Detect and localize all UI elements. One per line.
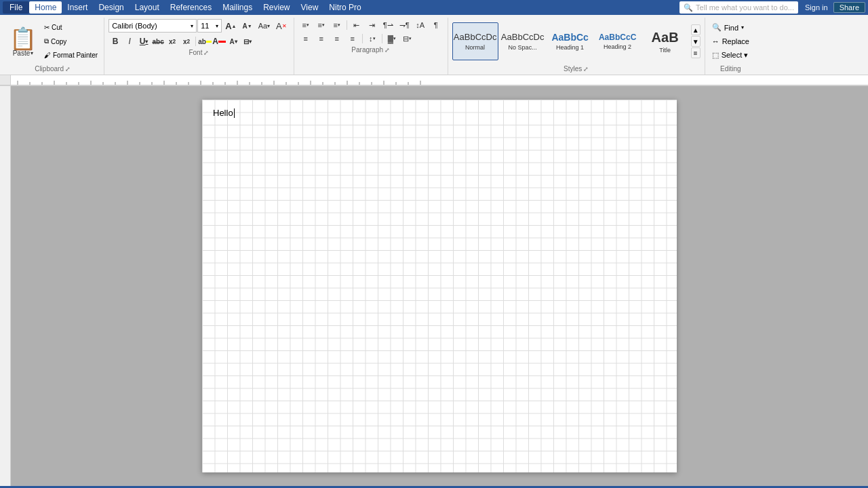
change-case-button[interactable]: Aa▾ [256, 20, 273, 32]
select-button[interactable]: ⬚ Select ▾ [709, 49, 752, 61]
ribbon-groups: 📋 Paste ▾ ✂ Cut ⧉ Copy [3, 18, 865, 75]
styles-scroll-up[interactable]: ▲ [691, 24, 701, 35]
ltr-button[interactable]: ¶⇀ [380, 19, 396, 31]
style-no-spacing[interactable]: AaBbCcDc No Spac... [500, 22, 546, 60]
page-text-area[interactable]: Hello [202, 100, 677, 126]
clipboard-right: ✂ Cut ⧉ Copy 🖌 Format Painter [42, 22, 100, 60]
document-text: Hello [213, 108, 233, 118]
style-no-spacing-preview: AaBbCcDc [501, 32, 545, 43]
style-heading1[interactable]: AaBbCc Heading 1 [547, 22, 593, 60]
line-spacing-button[interactable]: ↕▾ [365, 33, 380, 45]
italic-button[interactable]: I [123, 35, 136, 47]
font-name-arrow: ▾ [191, 23, 193, 29]
bullets-button[interactable]: ≡▾ [298, 19, 313, 31]
find-icon: 🔍 [712, 23, 722, 32]
paragraph-expand[interactable]: ⤢ [384, 47, 390, 54]
style-heading2[interactable]: AaBbCcC Heading 2 [595, 22, 641, 60]
para-div1 [347, 20, 347, 30]
style-normal[interactable]: AaBbCcDc Normal [452, 22, 498, 60]
shading-para-button[interactable]: ▓▾ [384, 33, 399, 45]
style-heading2-label: Heading 2 [604, 43, 631, 50]
style-title-preview: AaB [652, 29, 679, 45]
font-expand[interactable]: ⤢ [203, 49, 209, 56]
clear-formatting-button[interactable]: A✕ [273, 20, 290, 32]
paste-arrow[interactable]: ▾ [31, 50, 33, 56]
align-right-button[interactable]: ≡ [330, 33, 344, 45]
font-shrink-button[interactable]: A▼ [239, 20, 254, 32]
styles-scroll-more[interactable]: ≡ [691, 47, 701, 58]
ruler-corner [0, 75, 11, 85]
font-color-button[interactable]: A [212, 35, 226, 47]
menu-references[interactable]: References [165, 1, 217, 14]
styles-scroll-down[interactable]: ▼ [691, 36, 701, 47]
para-div2 [362, 34, 363, 43]
sort-button[interactable]: ↕A [413, 19, 428, 31]
share-button[interactable]: Share [833, 2, 865, 13]
find-arrow[interactable]: ▾ [741, 24, 744, 30]
styles-gallery: AaBbCcDc Normal AaBbCcDc No Spac... AaBb… [452, 22, 688, 60]
menu-nitropro[interactable]: Nitro Pro [323, 1, 366, 14]
superscript-button[interactable]: x2 [180, 35, 193, 47]
replace-button[interactable]: ↔ Replace [709, 36, 752, 47]
align-left-button[interactable]: ≡ [298, 33, 313, 45]
font-group: Calibri (Body) ▾ 11 ▾ A▲ A▼ Aa▾ A✕ B I [106, 18, 294, 75]
select-label: Select ▾ [722, 51, 749, 60]
justify-button[interactable]: ≡ [345, 33, 360, 45]
paragraph-group: ≡▾ ≡▾ ≡▾ ⇤ ⇥ ¶⇀ ⇁¶ ↕A ¶ ≡ ≡ ≡ ≡ [296, 18, 448, 75]
show-hide-button[interactable]: ¶ [429, 19, 443, 31]
underline-button[interactable]: U▾ [137, 35, 151, 47]
font-name-select[interactable]: Calibri (Body) ▾ [108, 19, 197, 33]
tell-me-search[interactable]: 🔍 Tell me what you want to do... [679, 1, 798, 14]
style-no-spacing-label: No Spac... [509, 44, 537, 51]
menu-home[interactable]: Home [29, 1, 62, 14]
shading-button[interactable]: A ▾ [226, 35, 240, 47]
style-title[interactable]: AaB Title [642, 22, 688, 60]
clipboard-expand[interactable]: ⤢ [65, 66, 71, 73]
align-center-button[interactable]: ≡ [314, 33, 329, 45]
rtl-button[interactable]: ⇁¶ [397, 19, 412, 31]
font-size-select[interactable]: 11 ▾ [197, 19, 222, 33]
menu-review[interactable]: Review [258, 1, 295, 14]
replace-label: Replace [722, 37, 749, 45]
horizontal-ruler [11, 75, 868, 85]
cut-label: Cut [52, 24, 62, 31]
paste-button[interactable]: 📋 Paste ▾ [5, 25, 41, 58]
numbering-button[interactable]: ≡▾ [314, 19, 329, 31]
copy-button[interactable]: ⧉ Copy [42, 36, 100, 47]
subscript-button[interactable]: x2 [165, 35, 179, 47]
strikethrough-button[interactable]: abc [151, 35, 165, 47]
signin-button[interactable]: Sign in [805, 3, 828, 12]
sign-in-area: Sign in Share [805, 2, 865, 13]
menu-layout[interactable]: Layout [130, 1, 165, 14]
style-normal-label: Normal [465, 44, 485, 51]
increase-indent-button[interactable]: ⇥ [365, 19, 380, 31]
tell-me-text: Tell me what you want to do... [696, 3, 794, 12]
select-icon: ⬚ [712, 51, 719, 60]
text-highlight-button[interactable]: ab [198, 35, 212, 47]
bold-button[interactable]: B [108, 35, 122, 47]
cut-button[interactable]: ✂ Cut [42, 22, 100, 33]
format-painter-button[interactable]: 🖌 Format Painter [42, 50, 100, 60]
font-divider [195, 37, 196, 46]
borders-button[interactable]: ⊟▾ [241, 35, 254, 47]
font-label: Font ⤢ [108, 47, 290, 58]
find-button[interactable]: 🔍 Find ▾ [709, 22, 752, 33]
multilevel-button[interactable]: ≡▾ [330, 19, 344, 31]
style-heading1-preview: AaBbCc [551, 32, 588, 43]
borders-para-button[interactable]: ⊟▾ [400, 33, 415, 45]
menu-design[interactable]: Design [93, 1, 129, 14]
menu-file[interactable]: File [3, 1, 29, 14]
document-page: Hello [202, 100, 677, 472]
styles-scroll: ▲ ▼ ≡ [691, 24, 701, 58]
styles-expand[interactable]: ⤢ [583, 66, 589, 73]
decrease-indent-button[interactable]: ⇤ [349, 19, 364, 31]
document-scroll[interactable]: Hello [11, 86, 868, 486]
find-label: Find [724, 24, 738, 32]
vertical-ruler [0, 86, 11, 486]
menu-insert[interactable]: Insert [62, 1, 93, 14]
menu-mailings[interactable]: Mailings [217, 1, 258, 14]
font-grow-button[interactable]: A▲ [222, 20, 239, 32]
paragraph-label: Paragraph ⤢ [298, 45, 443, 56]
paste-icon: 📋 [9, 28, 37, 49]
menu-view[interactable]: View [296, 1, 324, 14]
